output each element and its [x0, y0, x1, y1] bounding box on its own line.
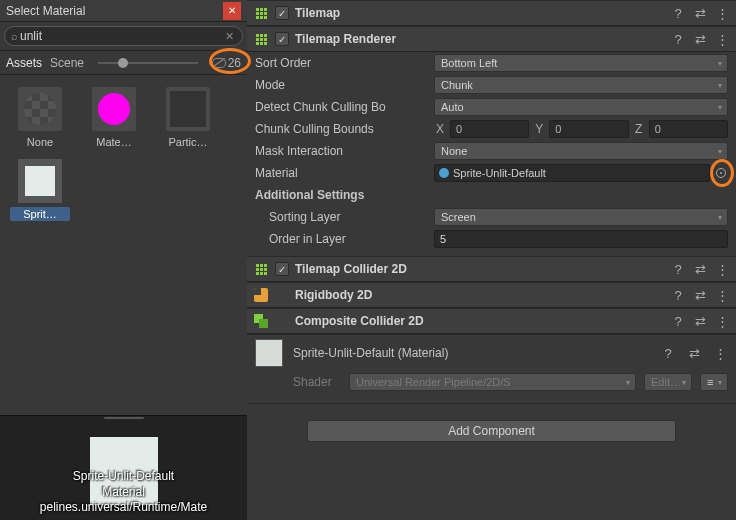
particle-icon [170, 91, 206, 127]
bounds-z-input[interactable]: 0 [649, 120, 728, 138]
tilemap-icon [256, 8, 267, 19]
help-icon[interactable]: ? [670, 314, 686, 329]
detect-dropdown[interactable]: Auto [434, 98, 728, 116]
search-input[interactable] [20, 29, 223, 43]
y-label: Y [533, 122, 545, 136]
bounds-label: Chunk Culling Bounds [255, 122, 428, 136]
mode-dropdown[interactable]: Chunk [434, 76, 728, 94]
kebab-icon[interactable]: ⋮ [712, 346, 728, 361]
edit-shader-button[interactable]: Edit… [644, 373, 692, 391]
kebab-icon[interactable]: ⋮ [714, 314, 730, 329]
asset-material[interactable]: Mate… [82, 87, 146, 149]
help-icon[interactable]: ? [660, 346, 676, 361]
material-icon [98, 93, 130, 125]
material-footer-name: Sprite-Unlit-Default (Material) [293, 346, 650, 360]
preset-icon[interactable]: ⇄ [686, 346, 702, 361]
panel-titlebar: Select Material ✕ [0, 0, 247, 22]
panel-title-text: Select Material [6, 4, 85, 18]
renderer-enabled-checkbox[interactable]: ✓ [275, 32, 289, 46]
none-icon [24, 93, 56, 125]
slider-thumb[interactable] [118, 58, 128, 68]
component-tilemap-renderer[interactable]: ✓ Tilemap Renderer ? ⇄ ⋮ [247, 26, 736, 52]
sprite-icon [18, 159, 62, 203]
help-icon[interactable]: ? [670, 32, 686, 47]
component-rigidbody[interactable]: Rigidbody 2D ? ⇄ ⋮ [247, 282, 736, 308]
mode-label: Mode [255, 78, 428, 92]
help-icon[interactable]: ? [670, 288, 686, 303]
highlight-circle [710, 159, 734, 187]
component-tilemap-collider[interactable]: ✓ Tilemap Collider 2D ? ⇄ ⋮ [247, 256, 736, 282]
kebab-icon[interactable]: ⋮ [714, 32, 730, 47]
material-object-field[interactable]: Sprite-Unlit-Default [434, 164, 710, 182]
component-composite-collider[interactable]: Composite Collider 2D ? ⇄ ⋮ [247, 308, 736, 334]
material-label: Material [255, 166, 428, 180]
inspector-panel: ✓ Tilemap ? ⇄ ⋮ ✓ Tilemap Renderer ? ⇄ ⋮… [247, 0, 736, 520]
sort-order-dropdown[interactable]: Bottom Left [434, 54, 728, 72]
close-button[interactable]: ✕ [223, 2, 241, 20]
help-icon[interactable]: ? [670, 262, 686, 277]
help-icon[interactable]: ? [670, 6, 686, 21]
mask-label: Mask Interaction [255, 144, 428, 158]
asset-sprite-unlit[interactable]: Sprit… [8, 159, 72, 221]
component-tilemap[interactable]: ✓ Tilemap ? ⇄ ⋮ [247, 0, 736, 26]
tilemap-renderer-icon [256, 34, 267, 45]
highlight-circle [209, 48, 251, 74]
preset-icon[interactable]: ⇄ [692, 6, 708, 21]
sort-order-label: Sort Order [255, 56, 428, 70]
kebab-icon[interactable]: ⋮ [714, 6, 730, 21]
asset-particle[interactable]: Partic… [156, 87, 220, 149]
material-footer: Sprite-Unlit-Default (Material) ? ⇄ ⋮ [247, 334, 736, 371]
shader-row: Shader Universal Render Pipeline/2D/S Ed… [247, 371, 736, 397]
shader-label: Shader [293, 375, 341, 389]
additional-settings-label: Additional Settings [255, 188, 428, 202]
composite-icon [254, 314, 268, 328]
preset-icon[interactable]: ⇄ [692, 262, 708, 277]
bounds-x-input[interactable]: 0 [450, 120, 529, 138]
bounds-y-input[interactable]: 0 [549, 120, 628, 138]
preset-icon[interactable]: ⇄ [692, 288, 708, 303]
asset-none[interactable]: None [8, 87, 72, 149]
search-row: ⌕ ✕ [0, 22, 247, 51]
material-preview-icon [255, 339, 283, 367]
mask-dropdown[interactable]: None [434, 142, 728, 160]
sorting-layer-dropdown[interactable]: Screen [434, 208, 728, 226]
tab-assets[interactable]: Assets [6, 51, 42, 74]
shader-dropdown[interactable]: Universal Render Pipeline/2D/S [349, 373, 636, 391]
rigidbody-icon [254, 288, 268, 302]
detect-label: Detect Chunk Culling Bo [255, 100, 428, 114]
tab-scene[interactable]: Scene [50, 51, 84, 74]
collider-enabled-checkbox[interactable]: ✓ [275, 262, 289, 276]
preset-icon[interactable]: ⇄ [692, 32, 708, 47]
x-label: X [434, 122, 446, 136]
sorting-layer-label: Sorting Layer [255, 210, 428, 224]
kebab-icon[interactable]: ⋮ [714, 288, 730, 303]
asset-grid: None Mate… Partic… Sprit… [0, 75, 247, 415]
collider-icon [256, 264, 267, 275]
shader-list-button[interactable]: ≡ [700, 373, 728, 391]
order-in-layer-input[interactable]: 5 [434, 230, 728, 248]
preset-icon[interactable]: ⇄ [692, 314, 708, 329]
search-clear-button[interactable]: ✕ [223, 30, 236, 43]
search-icon: ⌕ [11, 30, 18, 42]
thumbnail-size-slider[interactable] [92, 62, 204, 64]
preview-footer: Sprite-Unlit-Default Material pelines.un… [0, 415, 247, 520]
add-component-button[interactable]: Add Component [307, 420, 676, 442]
z-label: Z [633, 122, 645, 136]
material-asset-icon [439, 168, 449, 178]
material-picker-panel: Select Material ✕ ⌕ ✕ Assets Scene 26 No… [0, 0, 247, 520]
resize-handle[interactable] [104, 417, 144, 419]
tabs-row: Assets Scene 26 [0, 51, 247, 75]
tilemap-enabled-checkbox[interactable]: ✓ [275, 6, 289, 20]
preview-caption: Sprite-Unlit-Default Material pelines.un… [0, 469, 247, 516]
kebab-icon[interactable]: ⋮ [714, 262, 730, 277]
order-in-layer-label: Order in Layer [255, 232, 428, 246]
